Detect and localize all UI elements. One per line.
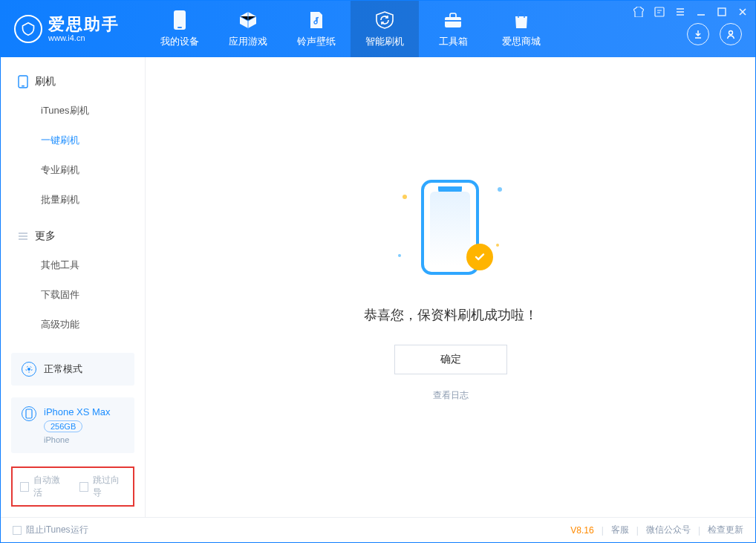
checkbox-label: 自动激活	[33, 474, 66, 499]
checkbox-block-itunes[interactable]: 阻止iTunes运行	[13, 524, 88, 536]
app-name: 爱思助手	[48, 16, 120, 33]
tab-my-device[interactable]: 我的设备	[146, 1, 214, 57]
cube-icon	[238, 10, 258, 30]
tab-smart-flash[interactable]: 智能刷机	[351, 1, 419, 57]
sidebar: 刷机 iTunes刷机 一键刷机 专业刷机 批量刷机 更多 其他工具 下载固件 …	[1, 57, 146, 517]
tab-label: 工具箱	[439, 35, 468, 48]
flash-options-highlight: 自动激活 跳过向导	[11, 466, 134, 507]
ok-button[interactable]: 确定	[394, 345, 507, 374]
music-file-icon	[306, 10, 327, 30]
check-update-link[interactable]: 检查更新	[708, 524, 743, 536]
window-controls	[632, 5, 749, 19]
sidebar-section-flash: 刷机	[1, 68, 145, 96]
device-name: iPhone XS Max	[44, 406, 111, 417]
bag-icon	[511, 10, 532, 30]
svg-point-9	[27, 368, 30, 371]
svg-point-6	[729, 31, 733, 35]
checkbox-auto-activate[interactable]: 自动激活	[20, 474, 66, 499]
svg-rect-5	[718, 8, 726, 16]
statusbar: 阻止iTunes运行 V8.16 | 客服 | 微信公众号 | 检查更新	[1, 517, 755, 542]
device-capacity: 256GB	[44, 420, 82, 432]
titlebar-actions	[687, 23, 742, 45]
svg-rect-4	[655, 7, 664, 16]
device-card[interactable]: iPhone XS Max 256GB iPhone	[11, 397, 134, 453]
svg-rect-3	[445, 20, 461, 22]
phone-icon	[17, 76, 29, 88]
body: 刷机 iTunes刷机 一键刷机 专业刷机 批量刷机 更多 其他工具 下载固件 …	[1, 57, 755, 517]
tab-label: 铃声壁纸	[297, 35, 336, 48]
checkbox-skip-wizard[interactable]: 跳过向导	[79, 474, 126, 499]
checkbox-box	[79, 482, 88, 492]
logo: 爱思助手 www.i4.cn	[1, 1, 146, 57]
top-nav: 我的设备 应用游戏 铃声壁纸 智能刷机 工具箱 爱思商城	[146, 1, 555, 57]
device-icon	[169, 10, 190, 30]
checkbox-label: 跳过向导	[93, 474, 126, 499]
mode-label: 正常模式	[44, 362, 82, 376]
tab-toolbox[interactable]: 工具箱	[419, 1, 487, 57]
svg-rect-8	[22, 85, 25, 87]
wechat-link[interactable]: 微信公众号	[646, 524, 691, 536]
menu-icon[interactable]	[674, 5, 687, 19]
view-log-link[interactable]: 查看日志	[433, 389, 469, 402]
tab-label: 我的设备	[160, 35, 199, 48]
success-message: 恭喜您，保资料刷机成功啦！	[364, 306, 538, 324]
mode-icon	[22, 362, 36, 377]
success-illustration	[395, 172, 506, 284]
tab-ringtones-wallpapers[interactable]: 铃声壁纸	[282, 1, 351, 57]
sparkle-icon	[403, 195, 407, 199]
close-button[interactable]	[736, 5, 749, 19]
svg-rect-2	[445, 17, 461, 27]
feedback-icon[interactable]	[653, 5, 666, 19]
user-icon[interactable]	[720, 23, 742, 45]
device-type: iPhone	[44, 435, 111, 444]
skin-icon[interactable]	[632, 5, 645, 19]
minimize-button[interactable]	[694, 5, 708, 19]
tab-label: 智能刷机	[365, 35, 404, 48]
refresh-shield-icon	[374, 10, 395, 30]
app-window: 爱思助手 www.i4.cn 我的设备 应用游戏 铃声壁纸 智能刷机	[0, 0, 756, 543]
sparkle-icon	[498, 187, 502, 192]
maximize-button[interactable]	[715, 5, 729, 19]
titlebar: 爱思助手 www.i4.cn 我的设备 应用游戏 铃声壁纸 智能刷机	[1, 1, 755, 57]
sidebar-item-oneclick-flash[interactable]: 一键刷机	[1, 126, 145, 155]
tab-label: 应用游戏	[229, 35, 267, 48]
tab-label: 爱思商城	[502, 35, 541, 48]
sidebar-section-title: 更多	[35, 230, 56, 243]
app-url: www.i4.cn	[48, 33, 120, 42]
sidebar-item-pro-flash[interactable]: 专业刷机	[1, 155, 145, 185]
sidebar-section-more: 更多	[1, 222, 145, 250]
sparkle-icon	[496, 244, 499, 247]
checkbox-label: 阻止iTunes运行	[26, 524, 88, 536]
list-icon	[17, 230, 29, 242]
checkbox-box	[20, 482, 29, 492]
sparkle-icon	[398, 254, 401, 257]
sidebar-item-batch-flash[interactable]: 批量刷机	[1, 185, 145, 215]
download-icon[interactable]	[687, 23, 709, 45]
tab-store[interactable]: 爱思商城	[487, 1, 555, 57]
main-content: 恭喜您，保资料刷机成功啦！ 确定 查看日志	[146, 57, 755, 517]
sidebar-item-download-firmware[interactable]: 下载固件	[1, 280, 145, 310]
app-logo-icon	[14, 15, 42, 43]
sidebar-item-itunes-flash[interactable]: iTunes刷机	[1, 96, 145, 126]
mode-card[interactable]: 正常模式	[11, 353, 134, 386]
sidebar-item-other-tools[interactable]: 其他工具	[1, 250, 145, 280]
ok-button-label: 确定	[440, 353, 461, 366]
svg-rect-1	[177, 27, 182, 28]
svg-rect-11	[26, 409, 32, 418]
toolbox-icon	[443, 10, 463, 30]
sidebar-section-title: 刷机	[35, 75, 56, 88]
check-badge-icon	[466, 244, 493, 270]
sidebar-item-advanced[interactable]: 高级功能	[1, 310, 145, 339]
version-label: V8.16	[570, 525, 593, 536]
support-link[interactable]: 客服	[611, 524, 629, 536]
tab-apps-games[interactable]: 应用游戏	[214, 1, 282, 57]
device-icon	[22, 406, 36, 421]
checkbox-box	[13, 526, 22, 535]
